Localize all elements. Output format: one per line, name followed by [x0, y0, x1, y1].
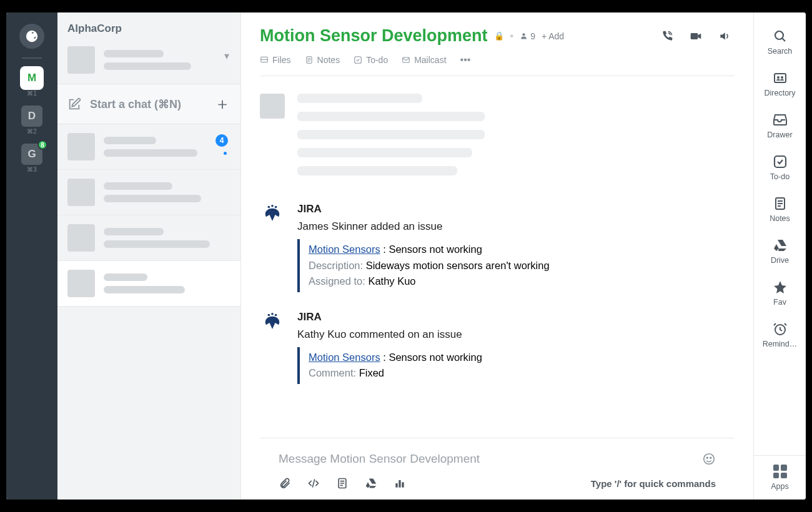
composer-placeholder: Message Motion Sensor Development: [279, 452, 480, 466]
workspace-hotkey: ⌘2: [27, 128, 37, 135]
lock-icon: 🔒: [494, 31, 504, 41]
svg-point-8: [275, 206, 277, 209]
drawer-icon: [260, 56, 269, 64]
issue-quote: Motion Sensors : Sensors not working Des…: [297, 239, 735, 292]
svg-point-19: [775, 31, 783, 39]
emoji-icon[interactable]: [702, 452, 716, 466]
composer: Message Motion Sensor Development Type '…: [260, 438, 735, 500]
more-icon[interactable]: •••: [460, 54, 471, 66]
svg-point-9: [268, 313, 270, 316]
svg-point-11: [275, 313, 277, 316]
org-header[interactable]: AlphaCorp: [57, 12, 240, 44]
compose-icon: [67, 97, 81, 111]
rail-notes[interactable]: Notes: [754, 189, 806, 230]
directory-icon: [773, 71, 788, 86]
add-member-button[interactable]: + Add: [542, 31, 564, 41]
svg-point-0: [522, 33, 525, 36]
skeleton-line: [104, 62, 191, 70]
rail-remind[interactable]: Remind…: [754, 314, 806, 356]
svg-rect-23: [775, 156, 786, 167]
skeleton-line: [104, 240, 210, 248]
skeleton-line: [104, 228, 164, 235]
svg-point-12: [704, 454, 715, 465]
issue-link[interactable]: Motion Sensors: [309, 244, 380, 255]
drawer-icon: [773, 112, 788, 127]
clock-icon: [773, 322, 788, 337]
member-count[interactable]: 9: [520, 31, 535, 41]
chevron-down-icon[interactable]: ▾: [224, 50, 229, 62]
avatar: [67, 179, 95, 206]
notes-icon: [773, 196, 788, 211]
start-chat-label: Start a chat (⌘N): [90, 97, 181, 111]
svg-point-21: [777, 76, 780, 79]
svg-point-10: [271, 313, 274, 315]
workspace-m[interactable]: M ⌘1: [21, 67, 42, 97]
right-rail: Search Directory Drawer To-do Notes Driv…: [753, 12, 806, 500]
workspace-badge: 8: [37, 140, 47, 150]
message-jira: JIRA Kathy Kuo commented on an issue Mot…: [260, 311, 735, 384]
poll-icon[interactable]: [394, 477, 406, 490]
svg-rect-18: [402, 482, 404, 487]
app-logo-icon[interactable]: [19, 24, 44, 49]
chat-item[interactable]: [57, 215, 240, 261]
attach-icon[interactable]: [279, 477, 291, 490]
tab-notes[interactable]: Notes: [305, 55, 340, 65]
skeleton-line: [104, 286, 185, 293]
rail-separator: [22, 57, 42, 59]
composer-hint: Type '/' for quick commands: [591, 478, 716, 489]
note-icon[interactable]: [336, 477, 349, 490]
unread-dot: [224, 152, 227, 155]
app-window: M ⌘1 D ⌘2 G 8 ⌘3 AlphaCorp ▾: [6, 12, 806, 500]
volume-icon[interactable]: [718, 30, 731, 42]
unread-badge: 4: [215, 134, 228, 147]
svg-point-7: [271, 205, 274, 207]
chat-item[interactable]: [57, 170, 240, 215]
skeleton-line: [104, 50, 164, 57]
check-icon: [354, 56, 362, 64]
svg-point-14: [710, 457, 711, 458]
profile-row[interactable]: ▾: [57, 44, 240, 84]
rail-todo[interactable]: To-do: [754, 147, 806, 189]
rail-apps[interactable]: Apps: [754, 455, 806, 500]
svg-point-6: [268, 206, 270, 209]
search-icon: [773, 29, 788, 44]
chat-item[interactable]: 4: [57, 124, 240, 170]
message-summary: Kathy Kuo commented on an issue: [297, 328, 735, 341]
avatar: [67, 46, 95, 74]
avatar: [67, 270, 95, 297]
rail-fav[interactable]: Fav: [754, 272, 806, 314]
video-icon[interactable]: [690, 30, 702, 42]
code-icon[interactable]: [307, 477, 320, 490]
avatar: [260, 94, 285, 119]
call-icon[interactable]: [661, 30, 673, 42]
jira-icon: [260, 203, 285, 228]
rail-directory[interactable]: Directory: [754, 63, 806, 105]
tab-files[interactable]: Files: [260, 55, 291, 65]
message-skeleton: [260, 94, 735, 184]
tab-todo[interactable]: To-do: [354, 55, 388, 65]
mail-icon: [402, 56, 410, 64]
svg-rect-16: [395, 483, 397, 488]
drive-icon[interactable]: [365, 477, 377, 490]
tab-mailcast[interactable]: Mailcast: [402, 55, 446, 65]
svg-rect-20: [775, 74, 786, 82]
todo-icon: [773, 154, 788, 169]
message-jira: JIRA James Skinner added an issue Motion…: [260, 203, 735, 292]
issue-link[interactable]: Motion Sensors: [309, 352, 380, 363]
workspace-hotkey: ⌘3: [27, 166, 37, 173]
rail-drive[interactable]: Drive: [754, 230, 806, 272]
start-chat-row[interactable]: Start a chat (⌘N) ＋: [57, 84, 240, 124]
workspace-d[interactable]: D ⌘2: [21, 106, 42, 135]
workspace-g[interactable]: G 8 ⌘3: [21, 144, 42, 173]
workspace-rail: M ⌘1 D ⌘2 G 8 ⌘3: [6, 12, 57, 500]
chat-item[interactable]: [57, 261, 240, 307]
apps-icon: [773, 465, 787, 478]
message-app-name: JIRA: [297, 311, 735, 323]
svg-point-13: [706, 457, 708, 458]
plus-icon[interactable]: ＋: [214, 93, 230, 115]
separator-dot: •: [510, 31, 514, 42]
rail-drawer[interactable]: Drawer: [754, 105, 806, 147]
composer-input[interactable]: Message Motion Sensor Development: [279, 447, 716, 477]
rail-search[interactable]: Search: [754, 21, 806, 63]
skeleton-line: [104, 273, 147, 281]
